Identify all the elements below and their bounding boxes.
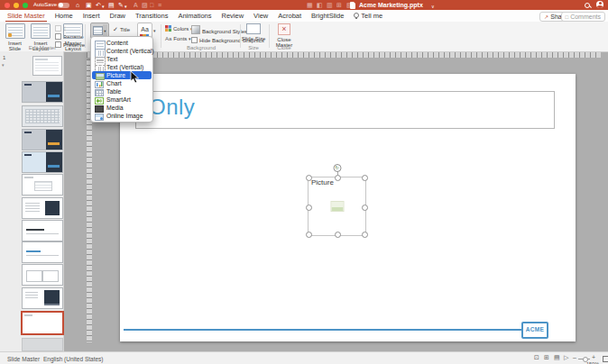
master-slide-thumbnail[interactable]: [32, 56, 62, 76]
layout-thumbnail-section-header[interactable]: [22, 220, 63, 241]
menu-item-text-vertical[interactable]: Text (Vertical): [91, 63, 152, 71]
title-placeholder[interactable]: Only: [135, 91, 555, 129]
title-checkbox[interactable]: ✓Title: [113, 26, 130, 33]
tab-slide-master[interactable]: Slide Master: [7, 12, 45, 20]
layout-thumbnail-split-logo[interactable]: [22, 287, 63, 309]
cells-tool-icon[interactable]: ▥: [327, 1, 333, 9]
resize-handle-n[interactable]: [335, 175, 341, 181]
layout-thumbnail-content[interactable]: [22, 174, 63, 196]
print-icon[interactable]: ▤: [108, 1, 115, 9]
tab-transitions[interactable]: Transitions: [135, 12, 168, 20]
autosave-toggle[interactable]: [58, 3, 69, 8]
comments-button[interactable]: □Comments: [561, 12, 605, 22]
layout-thumbnail-blue-accent[interactable]: [22, 151, 63, 173]
resize-handle-e[interactable]: [362, 205, 368, 211]
footer-accent-line[interactable]: [124, 329, 521, 331]
menu-item-label: Text: [106, 56, 117, 62]
layout-thumbnail-picture-only-selected[interactable]: [21, 311, 64, 335]
slideshow-icon[interactable]: ▷: [564, 354, 568, 361]
layout-thumbnail-title-slide[interactable]: [22, 81, 63, 103]
menu-item-smartart[interactable]: SmartArt: [91, 96, 152, 104]
menu-item-label: Content (Vertical): [106, 48, 154, 54]
reading-view-icon[interactable]: ▤: [554, 354, 560, 361]
format-painter-icon[interactable]: ✎: [118, 1, 124, 9]
menu-item-content[interactable]: Content: [91, 39, 152, 47]
layout-thumbnail-split[interactable]: [22, 197, 63, 219]
tab-draw[interactable]: Draw: [109, 12, 125, 20]
normal-view-icon[interactable]: ⊡: [534, 354, 539, 361]
layout-thumbnail-orange-accent[interactable]: [22, 129, 63, 150]
document-title[interactable]: Acme Marketing.pptx: [359, 2, 423, 8]
menu-item-content-vertical[interactable]: Content (Vertical): [91, 47, 152, 55]
search-icon[interactable]: [585, 3, 590, 8]
themes-chevron-icon[interactable]: ▾: [153, 28, 156, 33]
align-tool-icon[interactable]: ≡: [158, 1, 161, 9]
fonts-dropdown[interactable]: AaFonts ▾: [165, 36, 191, 41]
fill-tool-icon[interactable]: ▨: [142, 1, 148, 9]
picture-placeholder[interactable]: Picture ↻: [308, 177, 366, 236]
tab-animations[interactable]: Animations: [178, 12, 211, 20]
tab-review[interactable]: Review: [222, 12, 244, 20]
menu-item-label: Content: [106, 40, 128, 46]
layout-thumbnail-grid[interactable]: [22, 105, 63, 127]
menu-item-picture[interactable]: Picture: [92, 71, 152, 79]
close-window-button[interactable]: [5, 3, 10, 8]
background-group-label: Background: [162, 45, 240, 50]
zoom-window-button[interactable]: [23, 3, 28, 8]
layout-thumbnail-partial[interactable]: [22, 338, 63, 351]
master-slide-number: 1: [3, 55, 5, 60]
menu-item-chart[interactable]: Chart: [91, 79, 152, 87]
table-tool-icon[interactable]: ▦: [307, 1, 313, 9]
slide-sorter-view-icon[interactable]: ⊞: [544, 354, 549, 361]
menu-item-online-image[interactable]: Online Image: [91, 112, 152, 120]
menu-item-label: Text (Vertical): [106, 64, 143, 70]
slide-canvas[interactable]: Only Picture ↻ ACME: [120, 74, 576, 341]
acme-logo[interactable]: ACME: [521, 322, 548, 339]
insert-placeholder-menu: Content Content (Vertical) Text Text (Ve…: [90, 36, 153, 123]
insert-placeholder-icon: [93, 26, 103, 35]
menu-item-media[interactable]: Media: [91, 104, 152, 112]
tab-brightslide[interactable]: BrightSlide: [311, 12, 344, 20]
master-layout-label: Master Layout: [60, 41, 87, 52]
insert-placeholder-chevron-icon[interactable]: ▾: [103, 24, 107, 37]
resize-handle-s[interactable]: [335, 232, 341, 238]
undo-icon[interactable]: ↶: [96, 1, 101, 9]
menu-item-label: Media: [106, 105, 124, 111]
master-layout-button[interactable]: Master Layout: [60, 23, 87, 52]
menu-item-table[interactable]: Table: [91, 87, 152, 96]
minimize-window-button[interactable]: [14, 3, 19, 8]
layout-thumbnail-blue-section[interactable]: [22, 241, 63, 263]
resize-handle-sw[interactable]: [306, 232, 312, 238]
slide-title-text[interactable]: Only: [149, 95, 195, 120]
new-slide-tool-icon[interactable]: ⊞: [336, 1, 342, 9]
colors-dropdown[interactable]: Colors ▾: [165, 25, 193, 32]
resize-handle-w[interactable]: [306, 205, 312, 211]
font-tool-icon[interactable]: A: [134, 1, 138, 9]
resize-handle-nw[interactable]: [306, 175, 312, 181]
menu-item-text[interactable]: Text: [91, 55, 152, 63]
resize-handle-se[interactable]: [362, 232, 368, 238]
save-icon[interactable]: ▣: [86, 1, 92, 9]
autosave-toggle-knob: [59, 3, 63, 7]
tab-acrobat[interactable]: Acrobat: [278, 12, 301, 20]
zoom-out-icon[interactable]: –: [573, 354, 576, 360]
layout-tool-icon[interactable]: ◧: [317, 1, 323, 9]
collapse-arrow-icon[interactable]: ▾: [2, 62, 5, 68]
layout-thumbnail-two-content[interactable]: [22, 264, 63, 286]
status-language[interactable]: English (United States): [43, 356, 103, 362]
ribbon-separator: [269, 24, 270, 48]
tab-insert[interactable]: Insert: [83, 12, 100, 20]
outline-tool-icon[interactable]: □: [150, 1, 153, 9]
colors-label: Colors: [173, 26, 189, 32]
rotation-handle[interactable]: ↻: [333, 164, 341, 172]
zoom-slider[interactable]: [578, 359, 590, 359]
account-avatar[interactable]: [596, 1, 603, 8]
tab-view[interactable]: View: [253, 12, 268, 20]
fit-slide-to-window-icon[interactable]: [603, 356, 608, 362]
zoom-in-icon[interactable]: +: [592, 354, 595, 360]
tab-home[interactable]: Home: [55, 12, 73, 20]
resize-handle-ne[interactable]: [362, 175, 368, 181]
home-icon[interactable]: ⌂: [76, 1, 79, 9]
tab-tell-me[interactable]: Tell me: [354, 12, 382, 20]
slide-size-button[interactable]: Slide Size: [241, 23, 266, 41]
